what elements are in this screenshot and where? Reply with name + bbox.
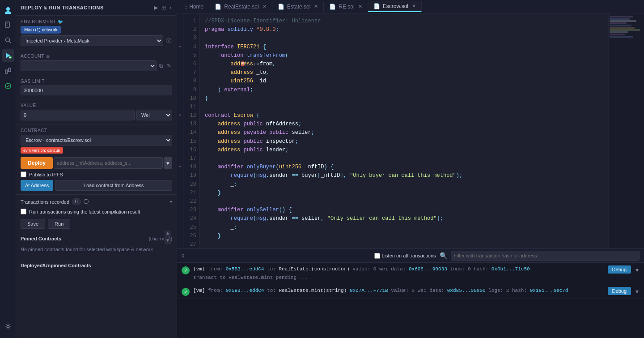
escrow-tab-label: Escrow.sol (383, 3, 408, 9)
deploy-row: Deploy ▾ (21, 157, 172, 169)
code-line-6: address _from, (205, 60, 603, 68)
deploy-args-input[interactable] (54, 157, 163, 169)
publish-ipfs-row: Publish to IPFS (21, 171, 172, 177)
code-line-17 (205, 154, 603, 163)
escrow-tab-icon: 📄 (373, 3, 380, 9)
network-tooltip: Main (1) network (21, 26, 61, 34)
expand-log-2[interactable]: ▾ (635, 287, 640, 296)
deploy-button[interactable]: Deploy (21, 157, 53, 169)
tab-escrow[interactable]: 📄 Escrow.sol ✕ (368, 1, 422, 12)
pinned-title: Pinned Contracts (21, 236, 61, 241)
code-line-1: //SPDX-License-Identifier: Unlicense (205, 17, 603, 26)
value-unit-select[interactable]: Wei Gwei Finney Ether (136, 110, 172, 120)
environment-info-button[interactable]: ⓘ (165, 36, 172, 46)
re-tab-icon: 📄 (329, 4, 336, 10)
code-line-27 (205, 240, 603, 248)
search-icon[interactable] (2, 34, 14, 47)
editor-container: ▾ ▾ ▾ 12345 678910 1112131415 (177, 13, 644, 338)
log-entry-2: ✓ [vm] from: 0x5B3...eddC4 to: RealEstat… (177, 284, 644, 299)
icon-bar (0, 0, 16, 338)
svg-rect-2 (5, 22, 9, 27)
main-area: ⌂ Home 📄 RealEstate.sol ✕ 📄 Estate.sol ✕… (177, 0, 644, 338)
debug-button-1[interactable]: Debug (608, 265, 631, 274)
gas-limit-input[interactable] (21, 86, 172, 95)
tab-realestate[interactable]: 📄 RealEstate.sol ✕ (209, 2, 272, 12)
transaction-count-badge: 0 (72, 198, 81, 205)
tabs-bar: ⌂ Home 📄 RealEstate.sol ✕ 📄 Estate.sol ✕… (177, 0, 644, 13)
address-row: At Address Load contract from Address (21, 180, 172, 191)
contract-select[interactable]: Escrow - contracts/Escrow.sol (21, 135, 172, 145)
load-address-button[interactable]: Load contract from Address (55, 180, 172, 191)
environment-label: ENVIRONMENT 🐦 (21, 19, 172, 24)
environment-info-icon: 🐦 (58, 19, 64, 24)
debug-button-2[interactable]: Debug (608, 287, 631, 295)
edit-account-button[interactable]: ✎ (166, 62, 172, 70)
realestate-tab-close[interactable]: ✕ (263, 4, 267, 9)
value-input[interactable] (21, 110, 135, 120)
listen-all-checkbox[interactable] (374, 253, 380, 259)
environment-section: ENVIRONMENT 🐦 Main (1) network Injected … (16, 16, 177, 50)
account-label: ACCOUNT ⊕ (21, 54, 172, 59)
gas-limit-section: GAS LIMIT (16, 75, 177, 99)
svg-line-6 (9, 42, 11, 43)
estate-tab-icon: 📄 (278, 4, 284, 10)
svg-point-8 (9, 56, 12, 59)
run-latest-checkbox[interactable] (21, 209, 26, 214)
escrow-tab-close[interactable]: ✕ (412, 4, 416, 9)
tab-home[interactable]: ⌂ Home (179, 2, 209, 12)
play-button[interactable]: ▶ (153, 4, 159, 12)
code-line-3 (205, 34, 603, 43)
save-run-row: Save Run (21, 219, 172, 229)
code-editor[interactable]: ▾ ▾ ▾ 12345 678910 1112131415 (177, 13, 644, 248)
realestate-tab-label: RealEstate.sol (224, 4, 258, 10)
log-entry-1: ✓ [vm] from: 0x5B3...eddC4 to: RealEstat… (177, 263, 644, 284)
run-button[interactable]: Run (48, 219, 70, 229)
avatar-icon[interactable] (2, 4, 14, 16)
run-latest-label: Run transactions using the latest compil… (29, 209, 140, 215)
listen-all-label: Listen on all transactions (382, 253, 436, 258)
environment-row: Injected Provider - MetaMask ⓘ (21, 35, 172, 46)
tab-estate[interactable]: 📄 Estate.sol ✕ (272, 2, 324, 12)
panel-header: DEPLOY & RUN TRANSACTIONS ▶ ⊞ › (16, 0, 177, 16)
line-numbers: 12345 678910 1112131415 1617181920 21222… (183, 13, 199, 248)
code-line-25: _; (205, 223, 603, 232)
console-search-button[interactable]: 🔍 (440, 252, 447, 259)
account-row: ⧉ ✎ (21, 60, 172, 71)
copy-account-button[interactable]: ⧉ (158, 62, 164, 70)
deploy-icon[interactable] (2, 49, 14, 62)
contract-section: CONTRACT Escrow - contracts/Escrow.sol e… (16, 124, 177, 195)
expand-log-1[interactable]: ▾ (635, 265, 640, 274)
plugin-icon[interactable] (2, 64, 14, 77)
log-success-icon-2: ✓ (182, 288, 190, 296)
re-tab-label: RE.sol (339, 4, 354, 10)
listen-checkbox-row: Listen on all transactions (374, 253, 436, 259)
files-icon[interactable] (2, 19, 14, 31)
code-line-12: contract Escrow { (205, 111, 603, 120)
svg-point-13 (7, 325, 9, 328)
code-line-14: address payable public seller; (205, 128, 603, 137)
pinned-header: Pinned Contracts (chain id: 1) (21, 236, 172, 241)
account-select[interactable] (21, 60, 157, 71)
settings-icon[interactable] (2, 320, 14, 333)
verify-icon[interactable] (2, 80, 14, 92)
transactions-chevron-icon: ▾ (170, 199, 172, 204)
close-panel-button[interactable]: › (169, 4, 172, 12)
console-count: 0 (182, 253, 184, 258)
svg-rect-10 (8, 68, 11, 72)
environment-select[interactable]: Injected Provider - MetaMask (21, 35, 163, 46)
save-button[interactable]: Save (21, 219, 45, 229)
transactions-header[interactable]: Transactions recorded 0 ⓘ ▾ (21, 198, 172, 205)
log-success-icon-1: ✓ (182, 266, 190, 274)
publish-ipfs-checkbox[interactable] (21, 171, 26, 177)
tab-re[interactable]: 📄 RE.sol ✕ (324, 2, 368, 12)
code-line-10: } (205, 94, 603, 103)
re-tab-close[interactable]: ✕ (358, 4, 362, 9)
code-line-23: modifier onlySeller() { (205, 206, 603, 214)
estate-tab-close[interactable]: ✕ (314, 4, 318, 9)
at-address-button[interactable]: At Address (21, 180, 53, 191)
deploy-expand-button[interactable]: ▾ (164, 157, 172, 169)
expand-panel-button[interactable]: ⊞ (161, 4, 167, 12)
account-plus-icon: ⊕ (46, 54, 50, 59)
panel-title: DEPLOY & RUN TRANSACTIONS (21, 5, 104, 10)
filter-input[interactable] (451, 251, 640, 261)
